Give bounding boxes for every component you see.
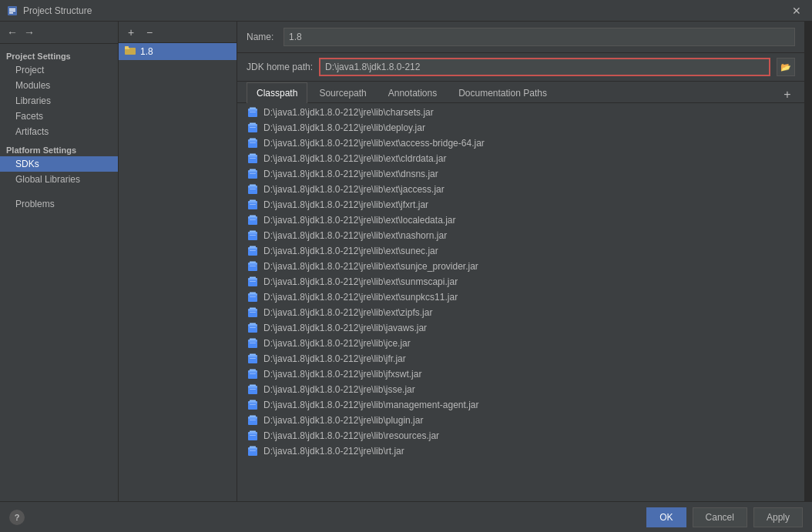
sdk-panel: + − 1.8: [119, 22, 237, 501]
svg-rect-35: [248, 218, 257, 225]
sdk-toolbar: + −: [119, 22, 237, 43]
file-item[interactable]: D:\java1.8\jdk1.8.0-212\jre\lib\ext\loca…: [237, 212, 804, 228]
file-path: D:\java1.8\jdk1.8.0-212\jre\lib\jfxswt.j…: [263, 369, 421, 380]
tab-annotations[interactable]: Annotations: [378, 82, 447, 103]
sdk-item-18[interactable]: 1.8: [119, 43, 237, 60]
file-item[interactable]: D:\java1.8\jdk1.8.0-212\jre\lib\ext\nash…: [237, 228, 804, 243]
sdk-and-detail: + − 1.8 Name:: [119, 22, 812, 501]
close-button[interactable]: ✕: [787, 3, 806, 18]
svg-rect-10: [250, 112, 256, 112]
sidebar-item-libraries[interactable]: Libraries: [0, 93, 118, 109]
file-item[interactable]: D:\java1.8\jdk1.8.0-212\jre\lib\ext\dnsn…: [237, 166, 804, 182]
file-item[interactable]: D:\java1.8\jdk1.8.0-212\jre\lib\ext\cldr…: [237, 151, 804, 166]
svg-rect-7: [248, 110, 257, 117]
file-item[interactable]: D:\java1.8\jdk1.8.0-212\jre\lib\ext\sunj…: [237, 259, 804, 274]
file-item[interactable]: D:\java1.8\jdk1.8.0-212\jre\lib\rt.jar: [237, 443, 804, 459]
file-item[interactable]: D:\java1.8\jdk1.8.0-212\jre\lib\jce.jar: [237, 336, 804, 351]
file-item[interactable]: D:\java1.8\jdk1.8.0-212\jre\lib\javaws.j…: [237, 320, 804, 336]
svg-rect-79: [248, 387, 257, 394]
file-path: D:\java1.8\jdk1.8.0-212\jre\lib\charsets…: [263, 107, 434, 118]
bottom-right: OK Cancel Apply: [646, 507, 803, 527]
svg-rect-71: [248, 356, 257, 363]
file-item[interactable]: D:\java1.8\jdk1.8.0-212\jre\lib\ext\sune…: [237, 243, 804, 259]
nav-arrows: ← →: [0, 22, 118, 44]
jar-icon: [247, 399, 259, 411]
svg-rect-82: [250, 389, 256, 390]
sidebar-item-problems[interactable]: Problems: [0, 196, 118, 212]
svg-rect-25: [250, 169, 256, 171]
svg-rect-39: [248, 233, 257, 240]
tab-sourcepath[interactable]: Sourcepath: [309, 82, 376, 103]
file-item[interactable]: D:\java1.8\jdk1.8.0-212\jre\lib\jfxswt.j…: [237, 366, 804, 382]
remove-sdk-button[interactable]: −: [142, 25, 157, 40]
svg-rect-62: [250, 312, 256, 313]
file-item[interactable]: D:\java1.8\jdk1.8.0-212\jre\lib\ext\sunm…: [237, 274, 804, 289]
svg-rect-29: [250, 185, 256, 186]
add-icon: +: [128, 26, 134, 38]
sidebar-item-sdks[interactable]: SDKs: [0, 156, 118, 172]
back-button[interactable]: ←: [5, 25, 20, 40]
file-item[interactable]: D:\java1.8\jdk1.8.0-212\jre\lib\charsets…: [237, 105, 804, 120]
name-input[interactable]: [284, 28, 795, 46]
svg-rect-15: [248, 141, 257, 148]
svg-rect-78: [250, 373, 256, 374]
add-sdk-button[interactable]: +: [123, 25, 139, 40]
cancel-button[interactable]: Cancel: [693, 507, 747, 527]
apply-button[interactable]: Apply: [753, 507, 803, 527]
jar-icon: [247, 229, 259, 242]
file-item[interactable]: D:\java1.8\jdk1.8.0-212\jre\lib\manageme…: [237, 397, 804, 413]
add-tab-button[interactable]: +: [780, 87, 795, 102]
jar-icon: [247, 137, 259, 149]
file-item[interactable]: D:\java1.8\jdk1.8.0-212\jre\lib\jsse.jar: [237, 382, 804, 397]
app-icon: [6, 5, 18, 17]
jar-icon: [247, 245, 259, 257]
forward-button[interactable]: →: [22, 25, 37, 40]
sidebar-tree: Project Settings Project Modules Librari…: [0, 44, 118, 501]
sidebar-item-artifacts[interactable]: Artifacts: [0, 124, 118, 139]
jar-icon: [247, 122, 259, 134]
file-item[interactable]: D:\java1.8\jdk1.8.0-212\jre\lib\jfr.jar: [237, 351, 804, 366]
svg-rect-57: [250, 293, 256, 294]
jar-icon: [247, 322, 259, 334]
svg-rect-95: [248, 449, 257, 456]
file-item[interactable]: D:\java1.8\jdk1.8.0-212\jre\lib\ext\acce…: [237, 136, 804, 151]
detail-panel: Name: JDK home path: 📂 Classpath Sourcep…: [237, 22, 804, 501]
jar-icon: [247, 276, 259, 288]
sidebar-item-modules[interactable]: Modules: [0, 78, 118, 93]
jdk-path-input[interactable]: [319, 58, 770, 76]
svg-rect-31: [248, 202, 257, 209]
tab-classpath[interactable]: Classpath: [247, 82, 307, 103]
bottom-bar: ? OK Cancel Apply: [0, 501, 812, 532]
svg-rect-91: [248, 433, 257, 440]
sidebar-item-global-libraries[interactable]: Global Libraries: [0, 172, 118, 187]
file-item[interactable]: D:\java1.8\jdk1.8.0-212\jre\lib\plugin.j…: [237, 413, 804, 428]
help-button[interactable]: ?: [9, 510, 25, 525]
file-item[interactable]: D:\java1.8\jdk1.8.0-212\jre\lib\ext\zipf…: [237, 305, 804, 320]
file-path: D:\java1.8\jdk1.8.0-212\jre\lib\ext\sune…: [263, 246, 438, 256]
file-item[interactable]: D:\java1.8\jdk1.8.0-212\jre\lib\ext\jfxr…: [237, 197, 804, 212]
svg-rect-49: [250, 262, 256, 263]
svg-rect-34: [250, 204, 256, 205]
file-item[interactable]: D:\java1.8\jdk1.8.0-212\jre\lib\ext\jacc…: [237, 182, 804, 197]
name-row: Name:: [237, 22, 804, 53]
file-list[interactable]: D:\java1.8\jdk1.8.0-212\jre\lib\charsets…: [237, 103, 804, 501]
file-item[interactable]: D:\java1.8\jdk1.8.0-212\jre\lib\ext\sunp…: [237, 289, 804, 305]
file-path: D:\java1.8\jdk1.8.0-212\jre\lib\jsse.jar: [263, 384, 415, 395]
sidebar-item-facets[interactable]: Facets: [0, 109, 118, 124]
svg-rect-73: [250, 354, 256, 356]
tab-documentation[interactable]: Documentation Paths: [448, 82, 557, 103]
file-path: D:\java1.8\jdk1.8.0-212\jre\lib\manageme…: [263, 400, 479, 410]
svg-rect-47: [248, 264, 257, 271]
file-path: D:\java1.8\jdk1.8.0-212\jre\lib\ext\sunp…: [263, 292, 458, 303]
file-item[interactable]: D:\java1.8\jdk1.8.0-212\jre\lib\resource…: [237, 428, 804, 443]
ok-button[interactable]: OK: [646, 507, 686, 527]
sidebar-item-project[interactable]: Project: [0, 62, 118, 78]
jar-icon: [247, 214, 259, 226]
file-item[interactable]: D:\java1.8\jdk1.8.0-212\jre\lib\deploy.j…: [237, 120, 804, 136]
svg-rect-94: [250, 435, 256, 436]
svg-rect-81: [250, 385, 256, 386]
svg-rect-61: [250, 308, 256, 309]
jar-icon: [247, 291, 259, 303]
file-path: D:\java1.8\jdk1.8.0-212\jre\lib\ext\sunj…: [263, 261, 478, 272]
jdk-browse-button[interactable]: 📂: [777, 58, 795, 76]
